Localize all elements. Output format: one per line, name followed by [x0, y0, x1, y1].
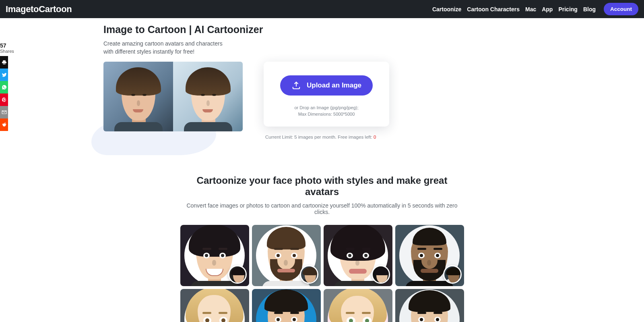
nav-mac[interactable]: Mac: [525, 6, 536, 12]
avatar-style-4[interactable]: [395, 225, 464, 286]
svg-point-2: [2, 124, 3, 125]
avatar-style-3-source: [372, 265, 390, 284]
avatars-section: Cartoonize your face photo with styles a…: [180, 175, 464, 322]
nav-pricing[interactable]: Pricing: [558, 6, 577, 12]
avatar-style-8[interactable]: [395, 289, 464, 322]
main-header: ImagetoCartoon Cartoonize Cartoon Charac…: [0, 0, 644, 18]
page-title: Image to Cartoon | AI Cartoonizer: [103, 24, 549, 35]
share-count-label: Shares: [0, 49, 14, 54]
avatar-style-4-source: [443, 265, 462, 284]
avatar-style-2[interactable]: [252, 225, 321, 286]
upload-hint: or Drop an Image (jpg/png/jpeg); Max Dim…: [272, 104, 381, 118]
hero-section: Image to Cartoon | AI Cartoonizer Create…: [95, 18, 549, 139]
email-icon[interactable]: [0, 106, 8, 118]
nav-cartoonize[interactable]: Cartoonize: [432, 6, 461, 12]
upload-zone: Upload an Image or Drop an Image (jpg/pn…: [258, 62, 549, 139]
share-count: 57 Shares: [0, 43, 8, 54]
avatars-subheading: Convert face images or photos to cartoon…: [180, 202, 464, 215]
before-photo: [103, 62, 173, 131]
upload-hint-line1: or Drop an Image (jpg/png/jpeg);: [272, 104, 381, 111]
avatar-grid: [180, 225, 464, 322]
upload-button-label: Upload an Image: [307, 81, 361, 89]
upload-button[interactable]: Upload an Image: [280, 75, 373, 96]
before-after-preview: [103, 62, 243, 131]
avatar-style-2-source: [300, 265, 318, 284]
print-icon[interactable]: [0, 56, 8, 69]
reddit-icon[interactable]: [0, 118, 8, 131]
usage-limit-count: 0: [374, 135, 376, 139]
avatars-heading: Cartoonize your face photo with styles a…: [180, 175, 464, 197]
upload-icon: [291, 81, 301, 89]
page-subtitle: Create amazing cartoon avatars and chara…: [103, 39, 232, 56]
svg-point-0: [2, 124, 6, 127]
pinterest-icon[interactable]: [0, 93, 8, 106]
avatar-style-1-source: [228, 265, 247, 284]
nav-blog[interactable]: Blog: [583, 6, 596, 12]
avatar-style-7[interactable]: [324, 289, 392, 322]
avatar-style-3[interactable]: [324, 225, 392, 286]
upload-card[interactable]: Upload an Image or Drop an Image (jpg/pn…: [264, 62, 389, 127]
svg-point-1: [5, 124, 6, 125]
upload-hint-line2: Max Dimensions: 5000*5000: [272, 111, 381, 118]
logo[interactable]: ImagetoCartoon: [6, 4, 72, 15]
usage-limit-text: Current Limit: 5 images per month. Free …: [265, 135, 374, 139]
twitter-icon[interactable]: [0, 69, 8, 81]
avatar-style-6[interactable]: [252, 289, 321, 322]
share-count-number: 57: [0, 43, 8, 49]
nav-app[interactable]: App: [542, 6, 553, 12]
nav-cartoon-characters[interactable]: Cartoon Characters: [467, 6, 520, 12]
avatar-style-5[interactable]: [180, 289, 249, 322]
primary-nav: Cartoonize Cartoon Characters Mac App Pr…: [432, 3, 638, 15]
after-cartoon: [173, 62, 243, 131]
avatar-style-1[interactable]: [180, 225, 249, 286]
account-button[interactable]: Account: [604, 3, 638, 15]
share-rail: 57 Shares: [0, 43, 8, 131]
whatsapp-icon[interactable]: [0, 81, 8, 93]
usage-limit: Current Limit: 5 images per month. Free …: [265, 135, 549, 139]
